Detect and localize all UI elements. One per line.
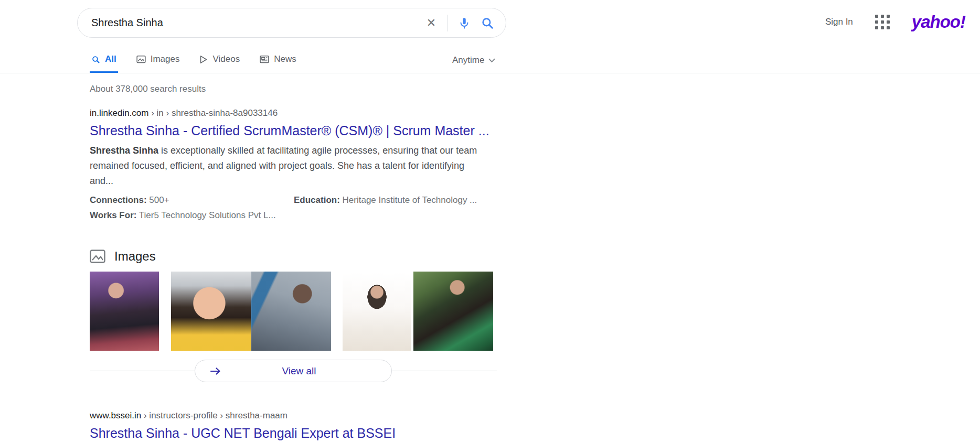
result-meta: Connections: 500+ Education: Heritage In… [90,192,488,223]
search-icon [91,55,100,64]
images-section-title: Images [114,249,156,264]
snippet-bold: Shrestha Sinha [90,145,158,156]
view-all-button[interactable]: View all [195,360,392,382]
tab-all-label: All [105,54,116,64]
sign-in-link[interactable]: Sign In [825,17,853,27]
images-section: Images View all [90,249,609,382]
breadcrumb-domain: in.linkedin.com [90,108,148,118]
image-thumbnail[interactable] [413,272,493,351]
tab-videos-label: Videos [212,54,240,64]
images-section-header: Images [90,249,609,264]
play-icon [199,55,208,64]
result-snippet: Shrestha Sinha is exceptionally skilled … [90,143,488,189]
image-thumbnails [90,272,609,351]
search-tabs: All Images Videos [90,54,298,73]
meta-works-for: Works For: Tier5 Technology Solutions Pv… [90,208,488,223]
tab-videos[interactable]: Videos [198,54,241,73]
time-filter-label: Anytime [452,55,484,66]
search-divider [448,15,448,31]
search-result: in.linkedin.com › in › shrestha-sinha-8a… [90,108,609,223]
images-section-icon [90,250,105,263]
voice-search-icon[interactable] [457,16,471,30]
header-right: Sign In yahoo! [825,12,965,33]
view-all-label: View all [221,365,377,377]
search-bar: ✕ [77,8,506,38]
image-thumbnail[interactable] [251,272,331,351]
search-controls: ✕ [424,15,494,31]
meta-label: Education: [294,195,340,205]
result-title-link[interactable]: Shrestha Sinha - Certified ScrumMaster® … [90,123,489,138]
meta-value: Heritage Institute of Technology ... [340,195,477,205]
results-count: About 378,000 search results [90,84,609,94]
search-result: www.bssei.in › instructors-profile › shr… [90,410,609,443]
meta-value: 500+ [147,195,169,205]
yahoo-logo[interactable]: yahoo! [912,12,965,32]
breadcrumb-path: › in › shrestha-sinha-8a9033146 [148,108,278,118]
meta-label: Connections: [90,195,147,205]
search-submit-icon[interactable] [481,16,494,30]
search-results-page: ✕ Sign In [0,0,980,443]
breadcrumb: www.bssei.in › instructors-profile › shr… [90,410,609,421]
news-icon [260,55,269,63]
meta-education: Education: Heritage Institute of Technol… [294,192,477,208]
meta-label: Works For: [90,210,136,220]
image-thumbnail[interactable] [171,272,251,351]
results-column: About 378,000 search results in.linkedin… [0,84,609,443]
image-thumbnail[interactable] [343,272,411,351]
tab-news[interactable]: News [258,54,298,73]
chevron-down-icon [488,58,495,63]
meta-row: Connections: 500+ Education: Heritage In… [90,192,488,208]
view-all-row: View all [90,360,497,382]
breadcrumb: in.linkedin.com › in › shrestha-sinha-8a… [90,108,609,118]
tab-news-label: News [274,54,296,64]
arrow-right-icon [210,367,221,375]
tab-all[interactable]: All [90,54,118,73]
breadcrumb-domain: www.bssei.in [90,410,141,420]
search-input[interactable] [91,17,424,29]
result-title-link[interactable]: Shrestha Sinha - UGC NET Bengali Expert … [90,426,396,441]
breadcrumb-path: › instructors-profile › shrestha-maam [141,410,287,420]
header: ✕ Sign In [0,0,980,73]
time-filter-dropdown[interactable]: Anytime [452,55,495,66]
apps-grid-icon[interactable] [875,15,890,29]
meta-connections: Connections: 500+ [90,192,294,208]
image-icon [136,55,146,63]
tab-images[interactable]: Images [135,54,182,73]
meta-value: Tier5 Technology Solutions Pvt L... [136,210,275,220]
clear-search-icon[interactable]: ✕ [424,16,438,30]
image-thumbnail[interactable] [90,272,159,351]
tab-images-label: Images [151,54,180,64]
